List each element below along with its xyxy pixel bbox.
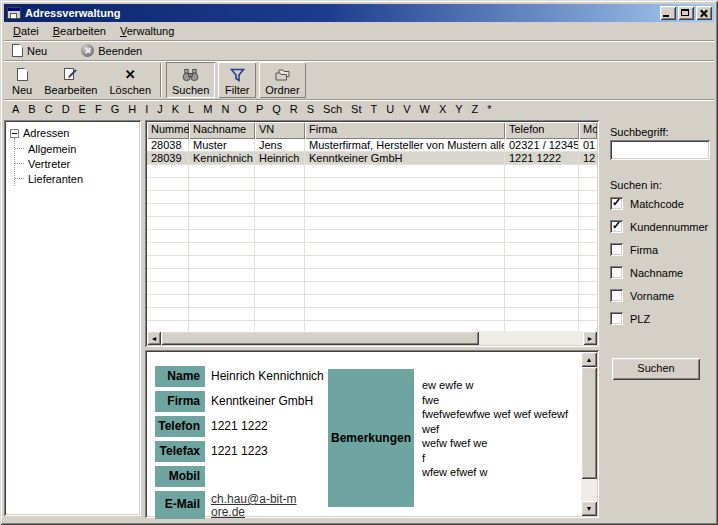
alphabet-letter[interactable]: X [439,103,446,115]
detail-field-value: 1221 1223 [211,441,268,462]
detail-field: Name Heinrich Kennichnich [155,366,324,387]
alphabet-letter[interactable]: K [172,103,179,115]
search-checkbox[interactable]: Firma [610,243,708,256]
alphabet-letter[interactable]: U [386,103,394,115]
scrollbar-thumb[interactable] [581,367,597,479]
scroll-down-icon[interactable]: ▼ [581,501,597,516]
detail-panel: Name Heinrich Kennichnich Firma Kenntkei… [145,350,599,518]
folder-button[interactable]: Ordner [259,62,305,98]
alphabet-letter[interactable]: D [62,103,70,115]
alphabet-letter[interactable]: R [290,103,298,115]
alphabet-letter[interactable]: * [487,103,491,115]
column-header-nummer[interactable]: Nummer [147,122,189,139]
maximize-icon [681,9,689,16]
alphabet-letter[interactable]: L [188,103,194,115]
alphabet-letter[interactable]: W [420,103,430,115]
detail-field: Telefax 1221 1223 [155,441,324,462]
search-toggle-button[interactable]: Suchen [166,62,215,98]
alphabet-letter[interactable]: H [128,103,136,115]
checkbox-icon[interactable] [610,243,623,256]
checkbox-icon[interactable] [610,220,623,233]
table-row[interactable]: 28038 Muster Jens Musterfirmaf, Herstell… [147,139,597,152]
alphabet-letter[interactable]: E [79,103,86,115]
maximize-button[interactable] [678,6,694,20]
tree-item[interactable]: Allgemein [10,141,139,156]
bemerkungen-text: ew ewfe wfwefwefwefewfwe wef wef wefewfw… [422,378,568,480]
column-header-mobil[interactable]: Mo [579,122,597,139]
filter-button[interactable]: Filter [218,62,256,98]
minimize-button[interactable] [660,6,676,20]
new-document-icon [12,44,23,57]
detail-field-label: Name [155,366,205,387]
toolbar-main: Neu Bearbeiten ✕ Löschen Suchen Filter [4,60,714,99]
alphabet-letter[interactable]: V [403,103,410,115]
quit-icon [81,44,94,57]
column-header-firma[interactable]: Firma [305,122,505,139]
detail-vertical-scrollbar[interactable]: ▲ ▼ [581,352,597,516]
edit-button[interactable]: Bearbeiten [38,62,103,98]
alphabet-bar: ABCDEFGHIJKLMNOPQRSSchStTUVWXYZ* [4,99,714,118]
search-input[interactable] [610,140,710,160]
column-header-vn[interactable]: VN [255,122,305,139]
table-horizontal-scrollbar[interactable]: ◄ ► [147,331,597,345]
search-checkbox[interactable]: Kundennummer [610,220,708,233]
alphabet-letter[interactable]: Q [272,103,281,115]
column-header-telefon[interactable]: Telefon [505,122,579,139]
toolbar-new-button[interactable]: Neu [8,43,51,58]
filter-funnel-icon [230,66,245,83]
category-tree: Adressen AllgemeinVertreterLieferanten [4,120,141,516]
alphabet-letter[interactable]: N [221,103,229,115]
column-header-nachname[interactable]: Nachname [189,122,255,139]
search-checkbox[interactable]: PLZ [610,312,708,325]
alphabet-letter[interactable]: S [307,103,314,115]
detail-field-label: E-Mail [155,491,205,519]
alphabet-letter[interactable]: C [45,103,53,115]
detail-field-value: 1221 1222 [211,416,268,437]
checkbox-icon[interactable] [610,197,623,210]
search-checkbox[interactable]: Matchcode [610,197,708,210]
alphabet-letter[interactable]: A [12,103,19,115]
checkbox-icon[interactable] [610,289,623,302]
menu-item[interactable]: Bearbeiten [46,23,113,39]
new-button[interactable]: Neu [6,62,38,98]
toolbar-quit-button[interactable]: Beenden [77,43,146,58]
search-checkbox[interactable]: Nachname [610,266,708,279]
tree-item[interactable]: Lieferanten [10,171,139,186]
search-checkbox[interactable]: Vorname [610,289,708,302]
close-button[interactable] [696,6,712,20]
alphabet-letter[interactable]: Z [472,103,479,115]
checkbox-icon[interactable] [610,266,623,279]
bemerkungen-line: wefw fwef we [422,436,568,451]
detail-field: Firma Kenntkeiner GmbH [155,391,324,412]
alphabet-letter[interactable]: T [370,103,377,115]
bemerkungen-line: wef [422,422,568,437]
alphabet-letter[interactable]: J [157,103,163,115]
alphabet-letter[interactable]: St [351,103,361,115]
tree-item[interactable]: Vertreter [10,156,139,171]
delete-button[interactable]: ✕ Löschen [103,62,157,98]
alphabet-letter[interactable]: P [256,103,263,115]
alphabet-letter[interactable]: M [203,103,212,115]
menu-item[interactable]: Verwaltung [113,23,181,39]
tree-root-adressen[interactable]: Adressen [10,125,139,141]
table-row[interactable]: 28039 Kennichnich Heinrich Kenntkeiner G… [147,152,597,165]
scroll-left-icon[interactable]: ◄ [147,331,161,345]
alphabet-letter[interactable]: Y [455,103,462,115]
alphabet-letter[interactable]: B [28,103,35,115]
menu-item[interactable]: Datei [6,23,46,39]
tree-collapse-icon[interactable] [10,129,19,138]
alphabet-letter[interactable]: Sch [323,103,342,115]
window-title: Adressverwaltung [25,7,658,19]
scroll-up-icon[interactable]: ▲ [581,352,597,367]
alphabet-letter[interactable]: I [145,103,148,115]
scrollbar-thumb[interactable] [161,331,479,345]
scroll-right-icon[interactable]: ► [583,331,597,345]
checkbox-icon[interactable] [610,312,623,325]
alphabet-letter[interactable]: F [95,103,102,115]
bemerkungen-line: ew ewfe w [422,378,568,393]
detail-field-value: ch.hau@a-bit-more.de [211,491,299,519]
search-button[interactable]: Suchen [612,358,700,380]
main-area: Adressen AllgemeinVertreterLieferanten N… [4,118,714,521]
alphabet-letter[interactable]: G [111,103,120,115]
alphabet-letter[interactable]: O [238,103,247,115]
